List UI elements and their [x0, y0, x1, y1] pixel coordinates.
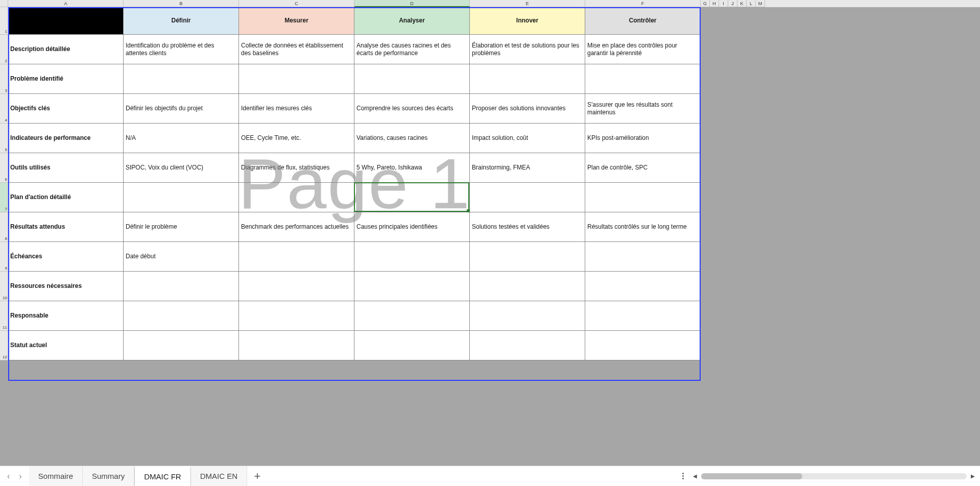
- cell-A9[interactable]: Échéances: [8, 242, 124, 272]
- row-header-6[interactable]: 6: [0, 153, 8, 183]
- column-header-J[interactable]: J: [728, 0, 737, 7]
- cell-F12[interactable]: [585, 331, 701, 360]
- cell-C10[interactable]: [239, 272, 354, 301]
- column-header-B[interactable]: B: [124, 0, 239, 7]
- cell-E3[interactable]: [470, 64, 585, 94]
- cell-F10[interactable]: [585, 272, 701, 301]
- cell-A11[interactable]: Responsable: [8, 301, 124, 331]
- cell-F1[interactable]: Contrôler: [585, 7, 701, 35]
- column-header-I[interactable]: I: [719, 0, 728, 7]
- cell-A8[interactable]: Résultats attendus: [8, 212, 124, 242]
- scroll-thumb[interactable]: [701, 473, 802, 479]
- column-header-F[interactable]: F: [585, 0, 701, 7]
- cell-C9[interactable]: [239, 242, 354, 272]
- row-header-9[interactable]: 9: [0, 242, 8, 272]
- cell-B9[interactable]: Date début: [124, 242, 239, 272]
- cell-D3[interactable]: [354, 64, 470, 94]
- cell-C11[interactable]: [239, 301, 354, 331]
- tabbar-menu-button[interactable]: [678, 471, 688, 481]
- column-header-K[interactable]: K: [737, 0, 747, 7]
- add-sheet-button[interactable]: +: [247, 466, 268, 486]
- cell-D2[interactable]: Analyse des causes racines et des écarts…: [354, 35, 470, 64]
- scroll-right-button[interactable]: ▶: [969, 472, 977, 480]
- row-header-1[interactable]: 1: [0, 7, 8, 35]
- column-header-L[interactable]: L: [747, 0, 756, 7]
- cell-C2[interactable]: Collecte de données et établissement des…: [239, 35, 354, 64]
- cell-C6[interactable]: Diagrammes de flux, statistiques: [239, 153, 354, 183]
- cell-A1[interactable]: [8, 7, 124, 35]
- cell-D4[interactable]: Comprendre les sources des écarts: [354, 94, 470, 124]
- cell-D7[interactable]: [354, 183, 470, 212]
- cell-A6[interactable]: Outils utilisés: [8, 153, 124, 183]
- cell-E2[interactable]: Élaboration et test de solutions pour le…: [470, 35, 585, 64]
- cell-E4[interactable]: Proposer des solutions innovantes: [470, 94, 585, 124]
- cell-E1[interactable]: Innover: [470, 7, 585, 35]
- cell-D10[interactable]: [354, 272, 470, 301]
- row-header-4[interactable]: 4: [0, 94, 8, 124]
- cell-D5[interactable]: Variations, causes racines: [354, 124, 470, 153]
- cell-F3[interactable]: [585, 64, 701, 94]
- cell-B10[interactable]: [124, 272, 239, 301]
- cell-F6[interactable]: Plan de contrôle, SPC: [585, 153, 701, 183]
- cell-E5[interactable]: Impact solution, coût: [470, 124, 585, 153]
- scroll-track[interactable]: [701, 473, 967, 479]
- sheet-tab-sommaire[interactable]: Sommaire: [29, 466, 83, 486]
- row-header-12[interactable]: 12: [0, 331, 8, 360]
- cell-B5[interactable]: N/A: [124, 124, 239, 153]
- row-header-8[interactable]: 8: [0, 212, 8, 242]
- column-header-C[interactable]: C: [239, 0, 354, 7]
- cell-D12[interactable]: [354, 331, 470, 360]
- row-header-3[interactable]: 3: [0, 64, 8, 94]
- cell-C4[interactable]: Identifier les mesures clés: [239, 94, 354, 124]
- cell-E9[interactable]: [470, 242, 585, 272]
- cell-E7[interactable]: [470, 183, 585, 212]
- sheet-tab-dmaic-en[interactable]: DMAIC EN: [191, 466, 247, 486]
- grid-area[interactable]: ABCDEFGHIJKLM 123456789101112 DéfinirMes…: [0, 0, 980, 466]
- cell-F4[interactable]: S'assurer que les résultats sont mainten…: [585, 94, 701, 124]
- cell-D8[interactable]: Causes principales identifiées: [354, 212, 470, 242]
- cell-B7[interactable]: [124, 183, 239, 212]
- cell-B2[interactable]: Identification du problème et des attent…: [124, 35, 239, 64]
- cell-B11[interactable]: [124, 301, 239, 331]
- cell-D1[interactable]: Analyser: [354, 7, 470, 35]
- cell-F8[interactable]: Résultats contrôlés sur le long terme: [585, 212, 701, 242]
- tab-prev-icon[interactable]: ‹: [7, 472, 10, 481]
- row-header-10[interactable]: 10: [0, 272, 8, 301]
- column-header-G[interactable]: G: [701, 0, 710, 7]
- cell-A12[interactable]: Statut actuel: [8, 331, 124, 360]
- cell-F9[interactable]: [585, 242, 701, 272]
- horizontal-scrollbar[interactable]: ◀ ▶: [691, 472, 977, 480]
- scroll-left-button[interactable]: ◀: [691, 472, 699, 480]
- row-header-11[interactable]: 11: [0, 301, 8, 331]
- cell-E8[interactable]: Solutions testées et validées: [470, 212, 585, 242]
- cell-E12[interactable]: [470, 331, 585, 360]
- cell-C5[interactable]: OEE, Cycle Time, etc.: [239, 124, 354, 153]
- cell-A2[interactable]: Description détaillée: [8, 35, 124, 64]
- tab-next-icon[interactable]: ›: [19, 472, 21, 481]
- cell-C7[interactable]: [239, 183, 354, 212]
- column-header-E[interactable]: E: [470, 0, 585, 7]
- cell-A5[interactable]: Indicateurs de performance: [8, 124, 124, 153]
- cell-B12[interactable]: [124, 331, 239, 360]
- row-header-5[interactable]: 5: [0, 124, 8, 153]
- cell-B1[interactable]: Définir: [124, 7, 239, 35]
- cell-D6[interactable]: 5 Why, Pareto, Ishikawa: [354, 153, 470, 183]
- row-header-7[interactable]: 7: [0, 183, 8, 212]
- cell-B8[interactable]: Définir le problème: [124, 212, 239, 242]
- column-header-A[interactable]: A: [8, 0, 124, 7]
- cell-C3[interactable]: [239, 64, 354, 94]
- cell-C8[interactable]: Benchmark des performances actuelles: [239, 212, 354, 242]
- cell-E6[interactable]: Brainstorming, FMEA: [470, 153, 585, 183]
- cell-E11[interactable]: [470, 301, 585, 331]
- cell-D9[interactable]: [354, 242, 470, 272]
- column-header-M[interactable]: M: [756, 0, 765, 7]
- cell-F2[interactable]: Mise en place des contrôles pour garanti…: [585, 35, 701, 64]
- column-header-H[interactable]: H: [710, 0, 719, 7]
- cell-B4[interactable]: Définir les objectifs du projet: [124, 94, 239, 124]
- cell-A7[interactable]: Plan d'action détaillé: [8, 183, 124, 212]
- cell-A10[interactable]: Ressources nécessaires: [8, 272, 124, 301]
- cell-C1[interactable]: Mesurer: [239, 7, 354, 35]
- cell-C12[interactable]: [239, 331, 354, 360]
- cell-F5[interactable]: KPIs post-amélioration: [585, 124, 701, 153]
- select-all-corner[interactable]: [0, 0, 8, 7]
